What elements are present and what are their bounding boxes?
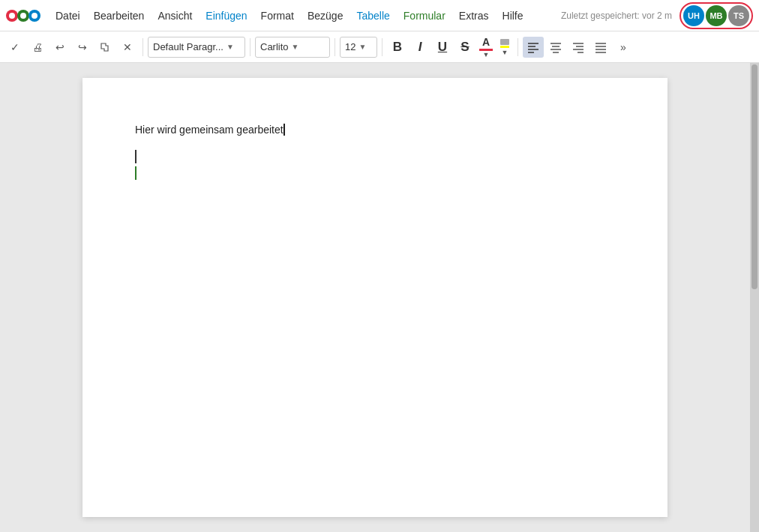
avatar-ts[interactable]: TS xyxy=(728,5,749,26)
svg-rect-7 xyxy=(500,46,509,48)
redo-button[interactable]: ↪ xyxy=(72,37,93,58)
font-arrow: ▼ xyxy=(292,43,299,51)
align-left-button[interactable] xyxy=(523,37,544,58)
svg-point-4 xyxy=(20,13,26,19)
menu-formular[interactable]: Formular xyxy=(398,7,452,25)
svg-rect-6 xyxy=(500,39,509,45)
menu-ansicht[interactable]: Ansicht xyxy=(152,7,198,25)
separator-5 xyxy=(518,38,518,56)
italic-button[interactable]: I xyxy=(410,37,430,58)
collaborator-avatars[interactable]: UH MB TS xyxy=(680,2,753,29)
align-center-button[interactable] xyxy=(545,37,566,58)
avatar-uh[interactable]: UH xyxy=(683,5,704,26)
bold-button[interactable]: B xyxy=(387,37,408,58)
menu-items: Datei Bearbeiten Ansicht Einfügen Format… xyxy=(50,7,561,25)
toolbar: ✓ 🖨 ↩ ↪ ✕ Default Paragr... ▼ Carlito ▼ … xyxy=(0,31,759,63)
app-logo[interactable] xyxy=(6,5,40,26)
font-size-label: 12 xyxy=(345,41,356,52)
svg-point-5 xyxy=(32,13,38,19)
avatar-mb[interactable]: MB xyxy=(706,5,727,26)
document-text-line1: Hier wird gemeinsam gearbeitet xyxy=(135,124,284,136)
underline-button[interactable]: U xyxy=(432,37,453,58)
cursor-main xyxy=(284,124,285,136)
menu-bar: Datei Bearbeiten Ansicht Einfügen Format… xyxy=(0,0,759,31)
font-size-dropdown[interactable]: 12 ▼ xyxy=(340,37,377,58)
separator-3 xyxy=(334,38,335,56)
main-area: Hier wird gemeinsam gearbeitet xyxy=(0,63,759,532)
separator-2 xyxy=(250,38,250,56)
highlight-color-button[interactable]: ▼ xyxy=(496,37,513,58)
font-dropdown[interactable]: Carlito ▼ xyxy=(255,37,330,58)
font-label: Carlito xyxy=(260,41,289,52)
clear-format-button[interactable]: ✕ xyxy=(117,37,138,58)
menu-datei[interactable]: Datei xyxy=(50,7,86,25)
font-color-button[interactable]: A ▼ xyxy=(477,34,495,60)
menu-extras[interactable]: Extras xyxy=(453,7,495,25)
accept-button[interactable]: ✓ xyxy=(4,37,26,58)
document-container[interactable]: Hier wird gemeinsam gearbeitet xyxy=(0,63,750,532)
separator-4 xyxy=(382,38,382,56)
cursor-collaborator-2 xyxy=(135,166,136,180)
cursor-collaborator-1 xyxy=(135,150,136,163)
menu-tabelle[interactable]: Tabelle xyxy=(350,7,395,25)
font-size-arrow: ▼ xyxy=(358,43,366,51)
separator-1 xyxy=(142,38,143,56)
menu-bearbeiten[interactable]: Bearbeiten xyxy=(88,7,151,25)
svg-point-3 xyxy=(9,13,15,19)
menu-einfuegen[interactable]: Einfügen xyxy=(200,7,253,25)
paragraph-style-arrow: ▼ xyxy=(226,43,234,51)
scrollbar-thumb[interactable] xyxy=(752,64,758,289)
menu-hilfe[interactable]: Hilfe xyxy=(496,7,530,25)
document-page[interactable]: Hier wird gemeinsam gearbeitet xyxy=(82,78,668,517)
print-button[interactable]: 🖨 xyxy=(27,37,48,58)
align-right-button[interactable] xyxy=(568,37,589,58)
scrollbar[interactable] xyxy=(750,63,759,532)
more-toolbar-button[interactable]: » xyxy=(613,37,634,58)
undo-button[interactable]: ↩ xyxy=(50,37,70,58)
menu-format[interactable]: Format xyxy=(255,7,300,25)
menu-bezuege[interactable]: Bezüge xyxy=(302,7,349,25)
document-content[interactable]: Hier wird gemeinsam gearbeitet xyxy=(135,123,615,180)
paragraph-style-dropdown[interactable]: Default Paragr... ▼ xyxy=(148,37,245,58)
paragraph-style-label: Default Paragr... xyxy=(153,41,224,52)
clone-format-button[interactable] xyxy=(94,37,116,58)
strikethrough-button[interactable]: S xyxy=(454,37,476,58)
align-justify-button[interactable] xyxy=(590,37,611,58)
autosave-status: Zuletzt gespeichert: vor 2 m xyxy=(561,10,672,21)
